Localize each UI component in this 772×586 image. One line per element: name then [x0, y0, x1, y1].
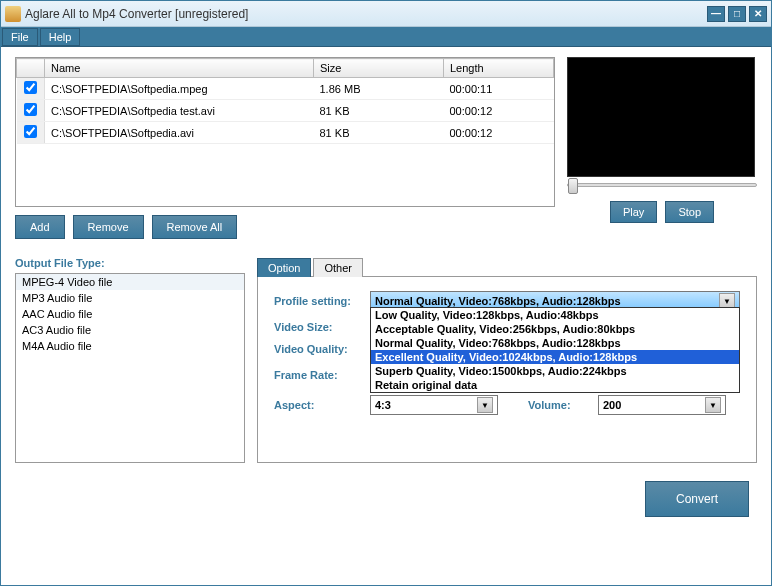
aspect-select[interactable]: 4:3 ▼: [370, 395, 498, 415]
remove-button[interactable]: Remove: [73, 215, 144, 239]
app-icon: [5, 6, 21, 22]
aspect-value: 4:3: [375, 399, 391, 411]
row-checkbox[interactable]: [24, 103, 37, 116]
stop-button[interactable]: Stop: [665, 201, 714, 223]
table-row[interactable]: C:\SOFTPEDIA\Softpedia.mpeg 1.86 MB 00:0…: [17, 78, 554, 100]
menu-help[interactable]: Help: [40, 28, 81, 46]
file-table[interactable]: Name Size Length C:\SOFTPEDIA\Softpedia.…: [15, 57, 555, 207]
profile-dropdown[interactable]: Low Quality, Video:128kbps, Audio:48kbps…: [370, 307, 740, 393]
output-type-label: Output File Type:: [15, 257, 245, 269]
dropdown-item[interactable]: Acceptable Quality, Video:256kbps, Audio…: [371, 322, 739, 336]
aspect-label: Aspect:: [274, 399, 370, 411]
dropdown-item[interactable]: Excellent Quality, Video:1024kbps, Audio…: [371, 350, 739, 364]
list-item[interactable]: AAC Audio file: [16, 306, 244, 322]
remove-all-button[interactable]: Remove All: [152, 215, 238, 239]
dropdown-item[interactable]: Retain original data: [371, 378, 739, 392]
cell-size: 81 KB: [314, 100, 444, 122]
table-row[interactable]: C:\SOFTPEDIA\Softpedia test.avi 81 KB 00…: [17, 100, 554, 122]
row-checkbox[interactable]: [24, 125, 37, 138]
list-item[interactable]: M4A Audio file: [16, 338, 244, 354]
play-button[interactable]: Play: [610, 201, 657, 223]
titlebar: Aglare All to Mp4 Converter [unregistere…: [1, 1, 771, 27]
col-size[interactable]: Size: [314, 59, 444, 78]
video-preview: [567, 57, 755, 177]
menu-file[interactable]: File: [2, 28, 38, 46]
col-check[interactable]: [17, 59, 45, 78]
maximize-button[interactable]: □: [728, 6, 746, 22]
cell-length: 00:00:12: [444, 100, 554, 122]
volume-value: 200: [603, 399, 621, 411]
profile-label: Profile setting:: [274, 295, 370, 307]
output-type-list[interactable]: MPEG-4 Video fileMP3 Audio fileAAC Audio…: [15, 273, 245, 463]
app-window: Aglare All to Mp4 Converter [unregistere…: [0, 0, 772, 586]
chevron-down-icon[interactable]: ▼: [477, 397, 493, 413]
add-button[interactable]: Add: [15, 215, 65, 239]
list-item[interactable]: AC3 Audio file: [16, 322, 244, 338]
volume-select[interactable]: 200 ▼: [598, 395, 726, 415]
video-quality-label: Video Quality:: [274, 343, 370, 355]
dropdown-item[interactable]: Superb Quality, Video:1500kbps, Audio:22…: [371, 364, 739, 378]
profile-value: Normal Quality, Video:768kbps, Audio:128…: [375, 295, 621, 307]
dropdown-item[interactable]: Low Quality, Video:128kbps, Audio:48kbps: [371, 308, 739, 322]
seek-slider[interactable]: [567, 183, 757, 187]
chevron-down-icon[interactable]: ▼: [705, 397, 721, 413]
frame-rate-label: Frame Rate:: [274, 369, 370, 381]
volume-label: Volume:: [528, 399, 598, 411]
col-length[interactable]: Length: [444, 59, 554, 78]
cell-name: C:\SOFTPEDIA\Softpedia.mpeg: [45, 78, 314, 100]
cell-length: 00:00:12: [444, 122, 554, 144]
cell-size: 1.86 MB: [314, 78, 444, 100]
cell-name: C:\SOFTPEDIA\Softpedia test.avi: [45, 100, 314, 122]
cell-size: 81 KB: [314, 122, 444, 144]
menubar: File Help: [1, 27, 771, 47]
col-name[interactable]: Name: [45, 59, 314, 78]
table-row[interactable]: C:\SOFTPEDIA\Softpedia.avi 81 KB 00:00:1…: [17, 122, 554, 144]
minimize-button[interactable]: —: [707, 6, 725, 22]
window-title: Aglare All to Mp4 Converter [unregistere…: [25, 7, 707, 21]
row-checkbox[interactable]: [24, 81, 37, 94]
close-button[interactable]: ✕: [749, 6, 767, 22]
video-size-label: Video Size:: [274, 321, 370, 333]
convert-button[interactable]: Convert: [645, 481, 749, 517]
cell-length: 00:00:11: [444, 78, 554, 100]
cell-name: C:\SOFTPEDIA\Softpedia.avi: [45, 122, 314, 144]
tab-option[interactable]: Option: [257, 258, 311, 277]
seek-thumb[interactable]: [568, 178, 578, 194]
list-item[interactable]: MP3 Audio file: [16, 290, 244, 306]
options-panel: Profile setting: Normal Quality, Video:7…: [257, 277, 757, 463]
dropdown-item[interactable]: Normal Quality, Video:768kbps, Audio:128…: [371, 336, 739, 350]
list-item[interactable]: MPEG-4 Video file: [16, 274, 244, 290]
tab-other[interactable]: Other: [313, 258, 363, 277]
